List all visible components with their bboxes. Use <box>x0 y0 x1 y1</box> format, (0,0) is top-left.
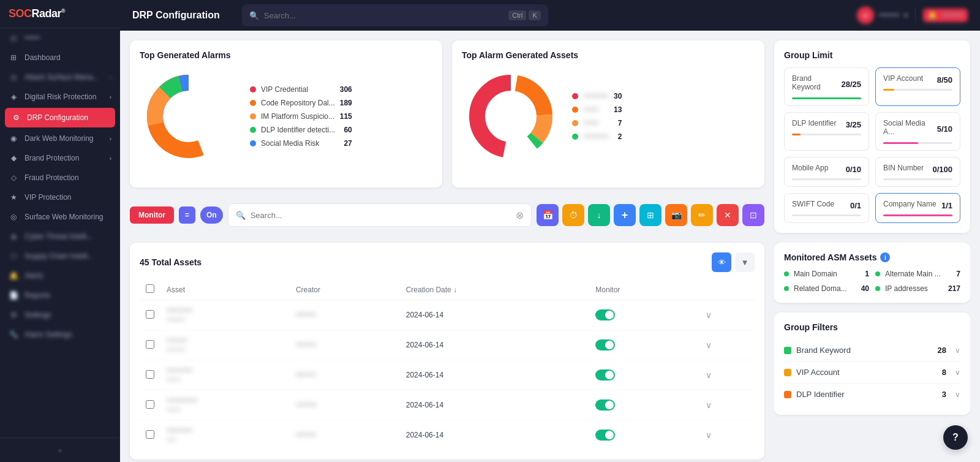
gl-bin-number[interactable]: BIN Number 0/100 <box>875 157 960 187</box>
gl-company-label: Company Name <box>883 200 937 208</box>
search-bar[interactable]: 🔍 Ctrl K <box>242 4 548 26</box>
cyber-threat-icon: ◈ <box>9 232 18 241</box>
sidebar-item-fraud-protection[interactable]: ◇ Fraud Protection <box>0 168 120 187</box>
sidebar-item-dashboard[interactable]: ⊞ Dashboard <box>0 48 120 67</box>
monitor-toggle[interactable] <box>595 430 615 441</box>
user-menu[interactable]: •• •••••••• ▾ <box>857 7 908 24</box>
gf-vip-account[interactable]: VIP Account 8 ∨ <box>784 362 960 384</box>
sidebar-item-reports: 📄 Reports <box>0 286 120 305</box>
monitor-toggle[interactable] <box>595 339 615 350</box>
dark-web-icon: ◉ <box>9 134 18 143</box>
filter-view-button[interactable]: ▼ <box>735 252 755 272</box>
monitor-toggle[interactable] <box>595 309 615 320</box>
search-input[interactable] <box>264 11 504 20</box>
eye-view-button[interactable]: 👁 <box>712 252 731 272</box>
grid-button[interactable]: ⊞ <box>639 204 662 226</box>
im-platform-value: 115 <box>340 112 352 121</box>
expand-row-btn[interactable]: ∨ <box>706 370 712 380</box>
gl-dlp-identifier[interactable]: DLP Identifier 3/25 <box>784 112 869 151</box>
search-shortcut: Ctrl K <box>508 10 540 20</box>
gl-vip-account[interactable]: VIP Account 8/50 <box>875 67 960 106</box>
divider <box>915 8 916 23</box>
legend-item: Code Repository Dal... 189 <box>250 99 352 107</box>
gl-social-media[interactable]: Social Media A... 5/10 <box>875 112 960 151</box>
row-checkbox[interactable] <box>146 310 154 319</box>
username: •••••••• <box>879 11 900 20</box>
sidebar-item-drp-config[interactable]: ⚙ DRP Configuration <box>5 108 115 127</box>
settings-icon: ⚙ <box>9 311 18 319</box>
top-alarms-title: Top Generated Alarms <box>140 50 432 60</box>
equals-button[interactable]: = <box>179 206 195 224</box>
sidebar-item-vip-protection[interactable]: ★ VIP Protection <box>0 187 120 207</box>
gl-brand-keyword[interactable]: Brand Keyword 28/25 <box>784 67 869 106</box>
add-button[interactable]: + <box>614 204 636 226</box>
legend-item: •••••••••• 30 <box>572 92 622 100</box>
monitor-toggle[interactable] <box>595 369 615 381</box>
gl-dlp-label: DLP Identifier <box>792 119 837 127</box>
gl-swift-code[interactable]: SWIFT Code 0/1 <box>784 193 869 223</box>
ip-addresses-label: IP addresses <box>885 284 928 293</box>
sidebar-item-attack-surface[interactable]: ◎ Attack Surface Mana... › <box>0 67 120 87</box>
gl-mobile-label: Mobile App <box>792 164 828 172</box>
asset2-dot <box>572 107 578 113</box>
edit-button[interactable]: ✏ <box>691 204 713 226</box>
delete-button[interactable]: ✕ <box>717 204 739 226</box>
asset3-dot <box>572 120 578 126</box>
expand-row-btn[interactable]: ∨ <box>706 340 712 350</box>
top-assets-card: Top Alarm Generated Assets •••••••••• <box>452 40 764 187</box>
asset3-label: •••••• <box>583 119 613 127</box>
sidebar-item-alerts: 🔔 Alerts <box>0 266 120 286</box>
sidebar-item-settings: ⚙ Settings <box>0 305 120 325</box>
sidebar-item-label: Settings <box>24 311 51 319</box>
creator-name: •••••••• <box>296 431 317 439</box>
asm-alternate-main: Alternate Main ... 7 <box>875 270 960 278</box>
surface-web-icon: ◎ <box>9 213 18 221</box>
asset4-label: •••••••••• <box>583 132 613 141</box>
row-checkbox[interactable] <box>146 430 154 439</box>
filter-search-bar[interactable]: 🔍 ⊗ <box>228 203 532 227</box>
expand-row-btn[interactable]: ∨ <box>706 400 712 410</box>
asm-grid: Main Domain 1 Alternate Main ... 7 Relat… <box>784 270 960 293</box>
related-domain-count: 40 <box>861 284 869 293</box>
gf-dlp-identifier[interactable]: DLP Identifier 3 ∨ <box>784 384 960 405</box>
row-checkbox[interactable] <box>146 340 154 349</box>
sidebar-item-alarm-settings: 🔧 Alarm Settings <box>0 325 120 344</box>
gl-mobile-app[interactable]: Mobile App 0/10 <box>784 157 869 187</box>
sidebar-item-digital-risk[interactable]: ◈ Digital Risk Protection › <box>0 87 120 107</box>
download-button[interactable]: ↓ <box>588 204 610 226</box>
select-all-checkbox[interactable] <box>146 284 154 293</box>
calendar-button[interactable]: 📅 <box>537 204 559 226</box>
asset-name: •••••••••••••••• <box>167 336 187 354</box>
filter-search-input[interactable] <box>251 211 511 220</box>
chevron-right-icon: › <box>110 94 111 100</box>
vip-protection-icon: ★ <box>9 193 18 202</box>
asset1-value: 30 <box>614 92 622 100</box>
sidebar-item-brand-protection[interactable]: ◆ Brand Protection › <box>0 148 120 168</box>
notification-btn[interactable]: 🔔 •••••••• <box>923 9 968 22</box>
monitor-toggle[interactable] <box>595 400 615 411</box>
monitor-button[interactable]: Monitor <box>130 206 174 224</box>
expand-row-btn[interactable]: ∨ <box>706 430 712 440</box>
search-icon: 🔍 <box>249 11 259 20</box>
help-button[interactable]: ? <box>943 425 968 450</box>
table-row: •••••••••••••••••• •••••••• 2024-06-14 ∨ <box>140 390 755 420</box>
view-toggle: 👁 ▼ <box>712 252 755 272</box>
gl-vip-label: VIP Account <box>883 74 923 83</box>
expand-row-btn[interactable]: ∨ <box>706 310 712 320</box>
gl-brand-keyword-label: Brand Keyword <box>792 74 841 91</box>
camera-button[interactable]: 📷 <box>665 204 687 226</box>
clear-search-icon[interactable]: ⊗ <box>516 210 524 221</box>
on-button[interactable]: On <box>200 206 223 224</box>
row-checkbox[interactable] <box>146 400 154 409</box>
gf-brand-keyword[interactable]: Brand Keyword 28 ∨ <box>784 339 960 362</box>
timer-button[interactable]: ⏱ <box>562 204 584 226</box>
sidebar-item-dark-web[interactable]: ◉ Dark Web Monitoring › <box>0 129 120 148</box>
sidebar-collapse-btn[interactable]: « <box>0 437 120 462</box>
export-button[interactable]: ⊡ <box>742 204 764 226</box>
row-checkbox[interactable] <box>146 370 154 379</box>
legend-item: •••••• 13 <box>572 105 622 114</box>
logo-text: SOCRadar® <box>9 7 65 20</box>
gl-company-name[interactable]: Company Name 1/1 <box>875 193 960 223</box>
sidebar-item-surface-web[interactable]: ◎ Surface Web Monitoring <box>0 207 120 227</box>
asset-col-header: Asset <box>160 279 290 300</box>
